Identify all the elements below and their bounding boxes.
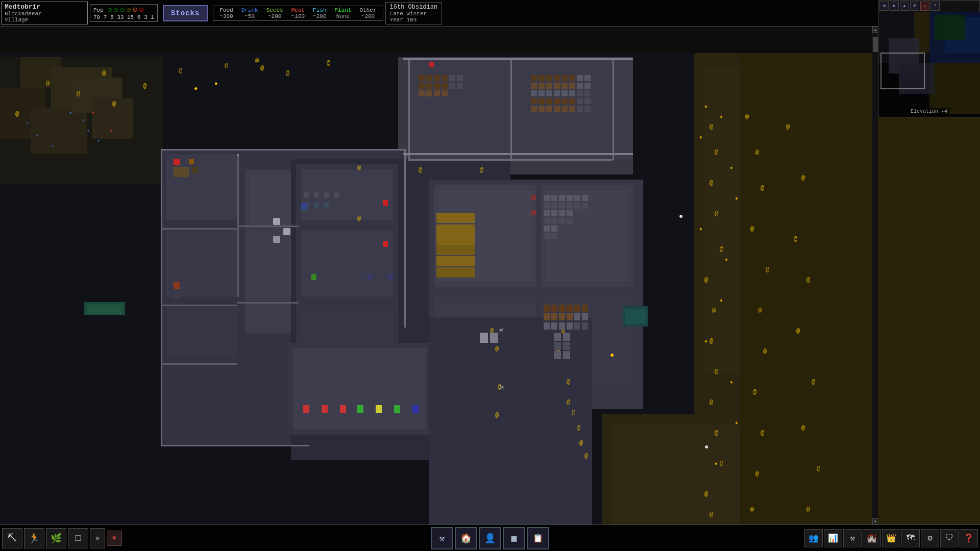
svg-rect-135	[404, 149, 406, 328]
svg-rect-143	[408, 58, 410, 160]
svg-rect-255	[383, 200, 388, 206]
mood-icon-4: ☺	[127, 6, 131, 14]
right-scrollbar[interactable]: ▲ ▼	[872, 27, 878, 524]
svg-rect-146	[408, 159, 612, 161]
svg-rect-94	[577, 90, 583, 96]
minimap-prev-btn[interactable]: ◄	[879, 2, 889, 11]
svg-text:@: @	[15, 111, 19, 118]
svg-rect-274	[551, 322, 557, 330]
nobles-tool-btn[interactable]: 🏰	[863, 529, 881, 547]
minimap-display[interactable]	[878, 12, 980, 117]
svg-rect-77	[569, 90, 575, 96]
svg-rect-61	[538, 75, 545, 81]
resource-bar: Food ~300 Drink ~50 Seeds ~200 Meat ~100…	[213, 6, 383, 21]
military-tool-btn[interactable]: 👥	[804, 529, 823, 547]
svg-rect-51	[442, 83, 448, 89]
svg-text:*: *	[97, 140, 100, 145]
svg-text:*: *	[92, 112, 95, 117]
svg-text:@: @	[753, 389, 756, 396]
scroll-down-arrow[interactable]: ▼	[872, 518, 878, 524]
svg-text:@: @	[579, 440, 583, 447]
svg-rect-75	[554, 90, 560, 96]
svg-text:@: @	[567, 379, 570, 386]
svg-text:♦: ♦	[730, 380, 733, 385]
settings-tool-btn[interactable]: ⚙	[921, 529, 939, 547]
svg-rect-112	[582, 195, 588, 201]
svg-rect-66	[531, 83, 537, 89]
svg-text:@: @	[225, 62, 228, 69]
svg-text:@: @	[801, 424, 805, 432]
svg-text:♦: ♦	[715, 461, 718, 467]
svg-rect-245	[174, 159, 180, 165]
svg-rect-126	[567, 218, 573, 224]
units-tool-btn[interactable]: 👤	[479, 527, 501, 549]
svg-rect-64	[561, 75, 568, 81]
svg-text:@: @	[179, 67, 182, 74]
build-tool-btn[interactable]: ⚒	[431, 527, 453, 549]
svg-rect-145	[612, 58, 614, 160]
svg-rect-63	[554, 75, 560, 81]
svg-rect-288	[480, 333, 488, 343]
scroll-thumb[interactable]	[873, 37, 878, 52]
shield-tool-btn[interactable]: 🛡	[940, 529, 959, 547]
svg-text:@: @	[794, 236, 797, 243]
svg-rect-123	[544, 218, 550, 224]
mine-tool-btn[interactable]: ⛏	[2, 528, 22, 548]
svg-text:♦: ♦	[699, 227, 702, 232]
svg-rect-121	[559, 210, 565, 216]
cancel-tool-btn[interactable]: ✖	[107, 531, 122, 546]
minimap-help-btn[interactable]: ?	[930, 2, 940, 11]
plant-tool-btn[interactable]: 🌿	[46, 528, 66, 548]
svg-rect-303	[237, 154, 239, 156]
svg-rect-241	[184, 180, 190, 187]
svg-text:@: @	[745, 113, 749, 120]
date-line1: 16th Obsidian	[390, 4, 438, 11]
more-tools-btn[interactable]: »	[90, 528, 105, 548]
meat-label: Meat	[291, 7, 305, 13]
svg-rect-267	[574, 305, 580, 312]
svg-rect-104	[436, 245, 475, 255]
svg-text:@: @	[260, 65, 264, 72]
svg-rect-82	[561, 98, 568, 104]
svg-rect-124	[551, 218, 557, 224]
workshop-tool-btn[interactable]: 🏠	[455, 527, 477, 549]
map-tool-btn[interactable]: 🗺	[901, 529, 920, 547]
svg-rect-262	[174, 292, 180, 299]
svg-rect-52	[419, 90, 425, 96]
svg-rect-73	[538, 90, 545, 96]
zone-tool-btn[interactable]: □	[68, 528, 88, 548]
minimap-down-btn[interactable]: ▼	[910, 2, 919, 11]
mood-icon-2: ☺	[114, 6, 118, 14]
svg-text:♦: ♦	[730, 165, 733, 171]
mood-icon-6: ☹	[139, 6, 143, 14]
svg-text:●: ●	[679, 212, 683, 220]
svg-rect-71	[569, 83, 575, 89]
minimap-up-btn[interactable]: ▲	[900, 2, 909, 11]
svg-text:@: @	[77, 90, 80, 97]
minimap-next-btn[interactable]: ►	[890, 2, 899, 11]
svg-rect-59	[457, 83, 463, 89]
svg-text:●: ●	[704, 443, 708, 451]
svg-rect-125	[559, 218, 565, 224]
orders-tool-btn[interactable]: 📋	[527, 527, 549, 549]
help-tool-btn[interactable]: ❓	[960, 529, 978, 547]
game-map[interactable]: @ @ @ @ @ @ @ @ @ @ @ @ @ @ @ @ @ @ @ @ …	[0, 27, 980, 524]
move-tool-btn[interactable]: 🏃	[24, 528, 44, 548]
svg-rect-252	[314, 203, 319, 208]
svg-text:♦: ♦	[725, 257, 728, 263]
labor-tool-btn[interactable]: ⚒	[843, 529, 862, 547]
food-label: Food	[219, 7, 233, 13]
svg-rect-240	[174, 180, 180, 187]
reports-tool-btn[interactable]: 📊	[824, 529, 842, 547]
svg-rect-260	[174, 282, 180, 289]
minimap-close-btn[interactable]: ✕	[920, 2, 929, 11]
svg-rect-89	[569, 106, 575, 112]
svg-rect-238	[174, 167, 189, 177]
svg-text:@: @	[763, 348, 767, 355]
zones-tool-btn[interactable]: ▦	[503, 527, 525, 549]
svg-rect-244	[194, 195, 200, 202]
svg-rect-58	[449, 83, 455, 89]
status-tool-btn[interactable]: 👑	[882, 529, 900, 547]
svg-text:@: @	[709, 511, 713, 518]
stocks-button[interactable]: Stocks	[163, 5, 208, 21]
